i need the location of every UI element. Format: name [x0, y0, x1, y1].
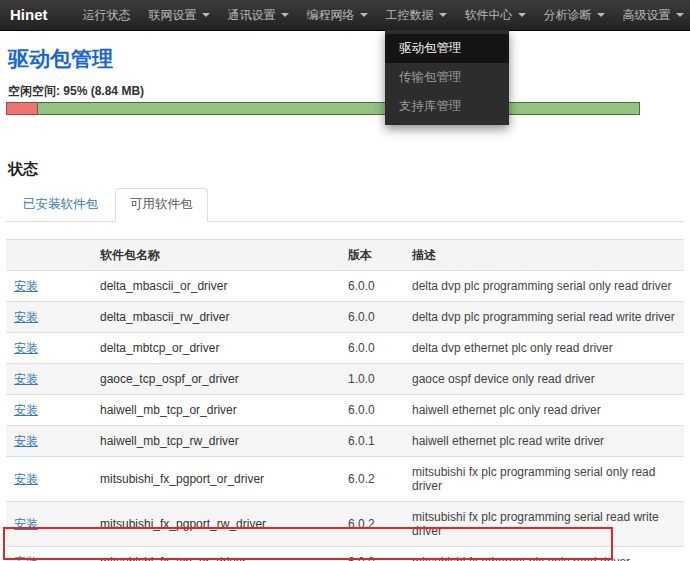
tab-available-packages[interactable]: 可用软件包	[115, 188, 208, 222]
package-description: delta dvp ethernet plc only read driver	[404, 333, 684, 364]
chevron-down-icon	[202, 13, 210, 17]
page-title: 驱动包管理	[8, 46, 684, 71]
package-version: 1.0.0	[340, 364, 404, 395]
status-heading: 状态	[8, 160, 684, 178]
package-name: delta_mbascii_or_driver	[92, 271, 340, 302]
package-name: haiwell_mb_tcp_or_driver	[92, 395, 340, 426]
dropdown-item-transfer-package-mgmt[interactable]: 传输包管理	[385, 63, 509, 92]
package-name: gaoce_tcp_ospf_or_driver	[92, 364, 340, 395]
chevron-down-icon	[597, 13, 605, 17]
tab-installed-packages[interactable]: 已安装软件包	[8, 188, 113, 221]
progress-free-segment	[38, 102, 640, 115]
package-name: mitsubishi_fx_pgport_or_driver	[92, 457, 340, 502]
install-link[interactable]: 安装	[14, 517, 38, 531]
install-link[interactable]: 安装	[14, 403, 38, 417]
package-version: 6.0.0	[340, 547, 404, 561]
package-version: 6.0.0	[340, 271, 404, 302]
package-description: haiwell ethernet plc read write driver	[404, 426, 684, 457]
package-version: 6.0.2	[340, 502, 404, 547]
header-version: 版本	[340, 240, 404, 271]
table-row: 安装 haiwell_mb_tcp_rw_driver 6.0.1 haiwel…	[6, 426, 684, 457]
table-row: 安装 mitsubishi_fx_tcp_or_driver 6.0.0 mit…	[6, 547, 684, 561]
package-name: haiwell_mb_tcp_rw_driver	[92, 426, 340, 457]
install-link[interactable]: 安装	[14, 310, 38, 324]
nav-item-analysis-diagnosis[interactable]: 分析诊断	[535, 0, 614, 30]
package-name: mitsubishi_fx_tcp_or_driver	[92, 547, 340, 561]
package-description: haiwell ethernet plc only read driver	[404, 395, 684, 426]
package-description: mitsubishi fx plc programming serial rea…	[404, 502, 684, 547]
package-description: gaoce ospf device only read driver	[404, 364, 684, 395]
table-row: 安装 mitsubishi_fx_pgport_rw_driver 6.0.2 …	[6, 502, 684, 547]
header-package-name: 软件包名称	[92, 240, 340, 271]
package-name: delta_mbtcp_or_driver	[92, 333, 340, 364]
package-description: mitsubishi fx ethernet plc only read dri…	[404, 547, 684, 561]
table-row: 安装 gaoce_tcp_ospf_or_driver 1.0.0 gaoce …	[6, 364, 684, 395]
install-link[interactable]: 安装	[14, 555, 38, 561]
chevron-down-icon	[281, 13, 289, 17]
nav-item-industrial-data[interactable]: 工控数据	[377, 0, 456, 30]
chevron-down-icon	[439, 13, 447, 17]
main-content: 驱动包管理 空闲空间: 95% (8.84 MB) 状态 已安装软件包 可用软件…	[0, 46, 690, 561]
nav-item-comm-settings[interactable]: 通讯设置	[219, 0, 298, 30]
navbar: Hinet 运行状态 联网设置 通讯设置 编程网络 工控数据 软件中心 分析诊断…	[0, 0, 690, 31]
table-row: 安装 delta_mbtcp_or_driver 6.0.0 delta dvp…	[6, 333, 684, 364]
package-version: 6.0.1	[340, 426, 404, 457]
chevron-down-icon	[360, 13, 368, 17]
dropdown-item-driver-package-mgmt[interactable]: 驱动包管理	[385, 34, 509, 63]
package-version: 6.0.0	[340, 395, 404, 426]
nav-item-programming-network[interactable]: 编程网络	[298, 0, 377, 30]
software-center-dropdown: 驱动包管理 传输包管理 支持库管理	[385, 30, 509, 125]
progress-used-segment	[6, 102, 38, 115]
package-name: delta_mbascii_rw_driver	[92, 302, 340, 333]
package-description: delta dvp plc programming serial only re…	[404, 271, 684, 302]
nav-item-advanced-settings[interactable]: 高级设置	[614, 0, 690, 30]
package-name: mitsubishi_fx_pgport_rw_driver	[92, 502, 340, 547]
driver-package-table: 软件包名称 版本 描述 安装 delta_mbascii_or_driver 6…	[6, 239, 684, 561]
package-version: 6.0.0	[340, 333, 404, 364]
disk-space-progress-bar	[6, 102, 640, 115]
install-link[interactable]: 安装	[14, 434, 38, 448]
free-space-label: 空闲空间: 95% (8.84 MB)	[8, 84, 684, 98]
package-version: 6.0.2	[340, 457, 404, 502]
brand-logo[interactable]: Hinet	[0, 0, 58, 30]
install-link[interactable]: 安装	[14, 279, 38, 293]
table-row: 安装 haiwell_mb_tcp_or_driver 6.0.0 haiwel…	[6, 395, 684, 426]
nav-item-run-status[interactable]: 运行状态	[74, 0, 140, 30]
package-description: mitsubishi fx plc programming serial onl…	[404, 457, 684, 502]
package-version: 6.0.0	[340, 302, 404, 333]
install-link[interactable]: 安装	[14, 372, 38, 386]
package-tabs: 已安装软件包 可用软件包	[6, 188, 684, 222]
install-link[interactable]: 安装	[14, 341, 38, 355]
nav-item-software-center[interactable]: 软件中心	[456, 0, 535, 30]
package-description: delta dvp plc programming serial read wr…	[404, 302, 684, 333]
table-row: 安装 mitsubishi_fx_pgport_or_driver 6.0.2 …	[6, 457, 684, 502]
table-row: 安装 delta_mbascii_or_driver 6.0.0 delta d…	[6, 271, 684, 302]
header-description: 描述	[404, 240, 684, 271]
header-action	[6, 240, 92, 271]
table-header-row: 软件包名称 版本 描述	[6, 240, 684, 271]
chevron-down-icon	[518, 13, 526, 17]
table-row: 安装 delta_mbascii_rw_driver 6.0.0 delta d…	[6, 302, 684, 333]
chevron-down-icon	[676, 13, 684, 17]
nav-item-network-settings[interactable]: 联网设置	[140, 0, 219, 30]
dropdown-item-support-library-mgmt[interactable]: 支持库管理	[385, 92, 509, 121]
install-link[interactable]: 安装	[14, 472, 38, 486]
